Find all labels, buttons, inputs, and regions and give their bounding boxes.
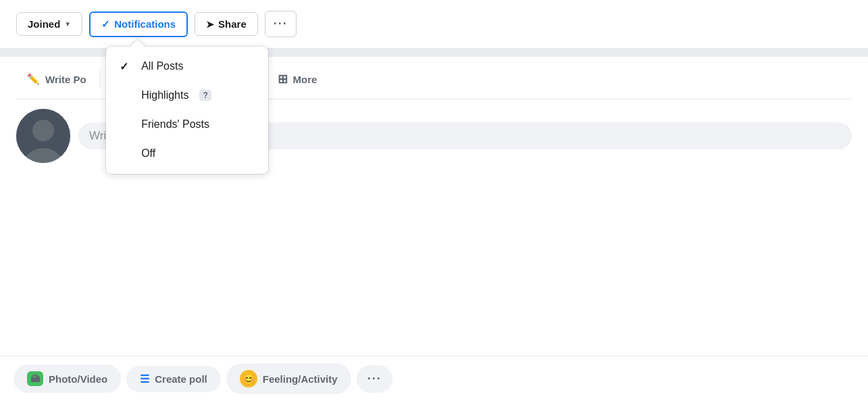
pencil-icon: ✏️ (27, 73, 40, 85)
bottom-more-button[interactable]: ··· (357, 365, 392, 393)
svg-rect-3 (16, 109, 70, 163)
all-posts-check-icon: ✓ (120, 60, 133, 73)
notifications-button[interactable]: ✓ Notifications (89, 11, 188, 37)
user-avatar (16, 109, 70, 163)
share-button[interactable]: ➤ Share (195, 12, 258, 36)
photo-video-icon: 🏔 (27, 371, 43, 386)
more-dots-icon: ··· (274, 17, 288, 31)
feeling-label: Feeling/Activity (263, 373, 338, 385)
bottom-more-dots-icon: ··· (367, 372, 382, 385)
highlights-help-badge[interactable]: ? (199, 90, 211, 101)
photo-video-label: Photo/Video (49, 373, 107, 385)
friends-posts-label: Friends' Posts (141, 118, 209, 131)
notifications-label: Notifications (114, 18, 176, 30)
notifications-dropdown-wrapper: ✓ Notifications ✓ All Posts ✓ Highlights… (89, 11, 188, 37)
more-action-button[interactable]: ⊞ More (267, 66, 328, 92)
highlights-label: Highlights (141, 89, 188, 101)
more-action-icon: ⊞ (278, 72, 288, 87)
photo-video-button[interactable]: 🏔 Photo/Video (14, 364, 121, 393)
dropdown-item-highlights[interactable]: ✓ Highlights ? (106, 81, 268, 110)
dropdown-item-all-posts[interactable]: ✓ All Posts (106, 52, 268, 81)
check-icon: ✓ (101, 18, 110, 30)
top-button-bar: Joined ▼ ✓ Notifications ✓ All Posts ✓ H… (0, 0, 868, 49)
create-poll-button[interactable]: ☰ Create poll (126, 366, 221, 392)
poll-icon: ☰ (140, 373, 149, 385)
create-poll-label: Create poll (155, 373, 207, 385)
share-label: Share (218, 18, 247, 30)
more-action-label: More (293, 74, 317, 85)
feeling-activity-button[interactable]: 😊 Feeling/Activity (226, 363, 351, 394)
share-icon: ➤ (206, 19, 214, 30)
write-post-button[interactable]: ✏️ Write Po (16, 68, 97, 91)
more-button[interactable]: ··· (265, 11, 297, 37)
all-posts-label: All Posts (141, 60, 183, 72)
off-label: Off (141, 147, 155, 160)
dropdown-arrow-icon: ▼ (64, 20, 71, 28)
notifications-dropdown-menu: ✓ All Posts ✓ Highlights ? ✓ Friends' Po… (106, 47, 268, 174)
joined-label: Joined (28, 18, 60, 30)
toolbar-separator-1 (100, 70, 101, 89)
dropdown-item-off[interactable]: ✓ Off (106, 139, 268, 168)
feeling-icon: 😊 (240, 370, 257, 387)
page-wrapper: Joined ▼ ✓ Notifications ✓ All Posts ✓ H… (0, 0, 868, 401)
dropdown-item-friends-posts[interactable]: ✓ Friends' Posts (106, 110, 268, 139)
joined-button[interactable]: Joined ▼ (16, 12, 82, 36)
write-post-label: Write Po (45, 74, 86, 85)
bottom-action-bar: 🏔 Photo/Video ☰ Create poll 😊 Feeling/Ac… (0, 356, 868, 401)
